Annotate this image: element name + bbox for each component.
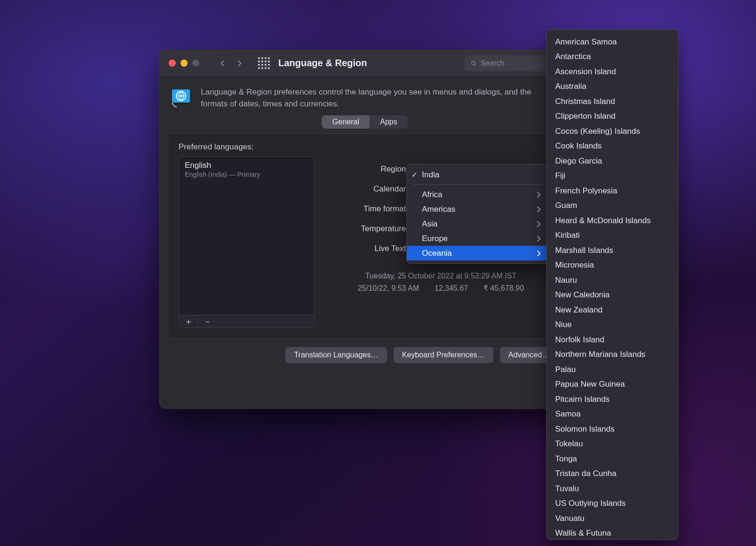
region-selected-label: India — [422, 170, 439, 180]
country-option[interactable]: Solomon Islands — [547, 422, 678, 437]
translation-languages-button[interactable]: Translation Languages… — [285, 347, 387, 363]
chevron-right-icon — [537, 207, 541, 212]
header: Language & Region preferences control th… — [159, 77, 570, 115]
country-option[interactable]: Wallis & Futuna — [547, 526, 678, 541]
tab-apps[interactable]: Apps — [369, 115, 407, 129]
country-option[interactable]: Ascension Island — [547, 64, 678, 79]
region-selected-item[interactable]: ✓ India — [407, 167, 548, 182]
calendar-label: Calendar: — [331, 184, 411, 194]
chevron-right-icon — [537, 251, 541, 256]
example-short-date: 25/10/22, 9:53 AM — [358, 282, 419, 295]
country-option[interactable]: Guam — [547, 199, 678, 214]
back-icon[interactable] — [218, 59, 227, 68]
example-currency: ₹ 45,678.90 — [483, 282, 524, 295]
show-all-preferences-icon[interactable] — [258, 57, 270, 69]
country-option[interactable]: Tristan da Cunha — [547, 467, 678, 482]
header-description: Language & Region preferences control th… — [201, 87, 541, 110]
remove-language-button[interactable]: － — [198, 315, 217, 327]
preferred-languages-list[interactable]: English English (India) — Primary ＋ － — [179, 156, 315, 328]
region-continent-americas[interactable]: Americas — [407, 202, 548, 217]
country-option[interactable]: Kiribati — [547, 228, 678, 243]
temperature-label: Temperature: — [331, 224, 411, 234]
country-option[interactable]: Antarctica — [547, 50, 678, 65]
chevron-right-icon — [537, 221, 541, 227]
titlebar: Language & Region — [159, 50, 570, 77]
language-item[interactable]: English English (India) — Primary — [179, 157, 314, 182]
live-text-label: Live Text: — [331, 244, 411, 253]
country-option[interactable]: French Polynesia — [547, 183, 678, 199]
country-option[interactable]: Niue — [547, 318, 678, 333]
country-option[interactable]: New Zealand — [547, 303, 678, 318]
chevron-right-icon — [537, 192, 541, 198]
tab-bar: General Apps — [159, 115, 570, 129]
country-option[interactable]: Nauru — [547, 273, 678, 288]
region-continent-europe[interactable]: Europe — [407, 231, 548, 246]
country-option[interactable]: New Caledonia — [547, 288, 678, 303]
language-subtitle: English (India) — Primary — [185, 171, 309, 178]
example-number: 12,345.67 — [435, 282, 468, 295]
language-region-icon — [171, 87, 192, 108]
country-option[interactable]: Palau — [547, 362, 678, 377]
minimize-window-button[interactable] — [180, 60, 188, 67]
time-format-label: Time format: — [331, 204, 411, 214]
svg-line-1 — [474, 64, 476, 65]
tab-general[interactable]: General — [322, 115, 369, 129]
chevron-right-icon — [537, 236, 541, 242]
region-submenu-oceania[interactable]: American SamoaAntarcticaAscension Island… — [546, 29, 679, 540]
footer-buttons: Translation Languages… Keyboard Preferen… — [159, 338, 570, 373]
country-option[interactable]: Fiji — [547, 169, 678, 184]
window-title: Language & Region — [278, 58, 367, 69]
format-example: Tuesday, 25 October 2022 at 9:53:29 AM I… — [331, 270, 551, 294]
language-name: English — [185, 161, 309, 170]
country-option[interactable]: Pitcairn Islands — [547, 392, 678, 407]
region-dropdown[interactable]: ✓ India AfricaAmericasAsiaEuropeOceania — [406, 164, 548, 264]
country-option[interactable]: Samoa — [547, 407, 678, 422]
add-language-button[interactable]: ＋ — [179, 315, 198, 327]
country-option[interactable]: Cook Islands — [547, 139, 678, 154]
example-long-date: Tuesday, 25 October 2022 at 9:53:29 AM I… — [331, 270, 551, 282]
region-continent-oceania[interactable]: Oceania — [407, 246, 548, 260]
language-list-controls: ＋ － — [179, 315, 314, 327]
country-option[interactable]: Clipperton Island — [547, 109, 678, 124]
window-controls — [169, 60, 199, 67]
region-continent-africa[interactable]: Africa — [407, 187, 548, 202]
fullscreen-window-button[interactable] — [192, 60, 199, 67]
country-option[interactable]: Marshall Islands — [547, 243, 678, 258]
country-option[interactable]: Northern Mariana Islands — [547, 347, 678, 363]
close-window-button[interactable] — [169, 60, 176, 67]
region-continent-asia[interactable]: Asia — [407, 217, 548, 231]
search-icon — [470, 60, 477, 67]
country-option[interactable]: Heard & McDonald Islands — [547, 213, 678, 228]
country-option[interactable]: Australia — [547, 79, 678, 95]
country-option[interactable]: Diego Garcia — [547, 154, 678, 169]
country-option[interactable]: Papua New Guinea — [547, 377, 678, 392]
country-option[interactable]: Tonga — [547, 451, 678, 467]
country-option[interactable]: Vanuatu — [547, 511, 678, 526]
country-option[interactable]: Tuvalu — [547, 481, 678, 496]
region-label: Region: — [331, 165, 411, 174]
country-option[interactable]: Norfolk Island — [547, 332, 678, 347]
country-option[interactable]: Micronesia — [547, 258, 678, 273]
preferred-languages-label: Preferred languages: — [179, 142, 551, 152]
nav-buttons — [218, 59, 244, 68]
country-option[interactable]: Cocos (Keeling) Islands — [547, 124, 678, 139]
country-option[interactable]: US Outlying Islands — [547, 496, 678, 511]
country-option[interactable]: Tokelau — [547, 437, 678, 452]
forward-icon[interactable] — [235, 59, 244, 68]
checkmark-icon: ✓ — [412, 171, 422, 179]
dropdown-separator — [412, 184, 542, 185]
country-option[interactable]: Christmas Island — [547, 94, 678, 109]
keyboard-preferences-button[interactable]: Keyboard Preferences… — [394, 347, 493, 363]
country-option[interactable]: American Samoa — [547, 35, 678, 50]
